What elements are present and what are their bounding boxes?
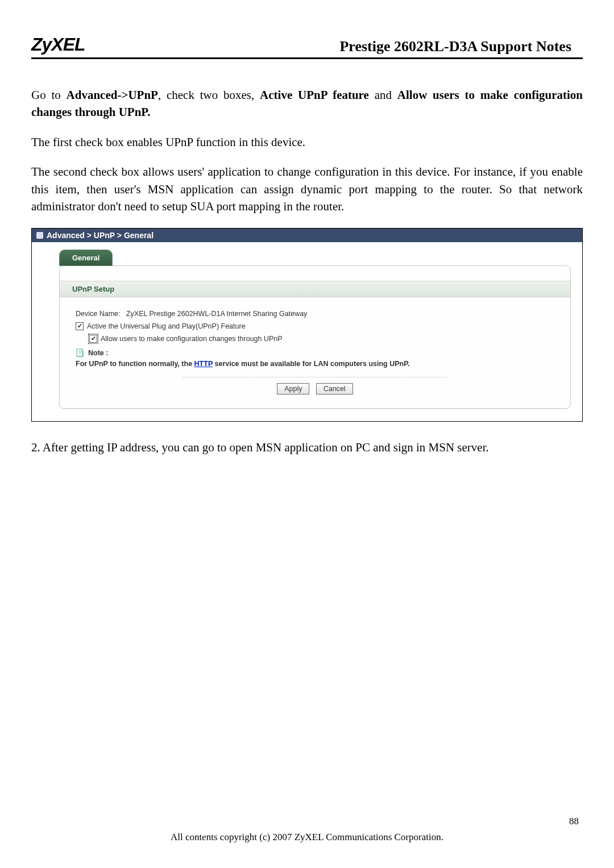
button-row: Apply Cancel: [76, 383, 554, 394]
device-name-label: Device Name:: [76, 310, 121, 318]
note-icon: [76, 348, 85, 358]
note-row: Note :: [76, 348, 554, 358]
paragraph-1: Go to Advanced->UPnP, check two boxes, A…: [31, 86, 583, 121]
note-text-b: service must be available for LAN comput…: [213, 360, 409, 368]
doc-title: Prestige 2602RL-D3A Support Notes: [339, 38, 583, 55]
text-bold: Advanced->UPnP: [67, 88, 158, 102]
checkbox-active-upnp[interactable]: ✔: [76, 322, 84, 330]
text: and: [369, 88, 397, 102]
breadcrumb-bar: Advanced > UPnP > General: [32, 229, 582, 242]
note-label: Note :: [88, 349, 108, 357]
device-name-value: ZyXEL Prestige 2602HWL-D1A Internet Shar…: [126, 310, 307, 318]
checkbox-allow-config[interactable]: ✔: [89, 335, 97, 343]
card-body: Device Name: ZyXEL Prestige 2602HWL-D1A …: [60, 297, 570, 397]
panel-outer: General UPnP Setup Device Name: ZyXEL Pr…: [32, 242, 582, 421]
footer-copyright: All contents copyright (c) 2007 ZyXEL Co…: [0, 832, 614, 843]
checkbox-allow-config-label: Allow users to make configuration change…: [101, 335, 283, 343]
text: Go to: [31, 88, 67, 102]
section-heading: UPnP Setup: [60, 281, 570, 297]
divider: [183, 377, 446, 377]
apply-button[interactable]: Apply: [277, 383, 309, 394]
page-number: 88: [569, 816, 579, 827]
paragraph-4: 2. After getting IP address, you can go …: [31, 439, 583, 456]
checkbox-row-active-upnp: ✔ Active the Universal Plug and Play(UPn…: [76, 322, 554, 330]
breadcrumb-icon: [36, 232, 43, 239]
zyxel-logo: ZyXEL: [31, 34, 85, 55]
settings-card: UPnP Setup Device Name: ZyXEL Prestige 2…: [59, 265, 571, 409]
body-text: Go to Advanced->UPnP, check two boxes, A…: [31, 86, 583, 215]
device-name-row: Device Name: ZyXEL Prestige 2602HWL-D1A …: [76, 310, 554, 318]
paragraph-3: The second check box allows users' appli…: [31, 163, 583, 215]
body-text-2: 2. After getting IP address, you can go …: [31, 439, 583, 456]
tab-general[interactable]: General: [59, 250, 113, 266]
note-text-a: For UPnP to function normally, the: [76, 360, 194, 368]
paragraph-2: The first check box enables UPnP functio…: [31, 134, 583, 151]
text-bold: Active UPnP feature: [260, 88, 369, 102]
page-header: ZyXEL Prestige 2602RL-D3A Support Notes: [31, 34, 583, 59]
checkbox-active-upnp-label: Active the Universal Plug and Play(UPnP)…: [87, 322, 246, 330]
text: , check two boxes,: [158, 88, 260, 102]
http-link[interactable]: HTTP: [194, 360, 213, 368]
cancel-button[interactable]: Cancel: [316, 383, 353, 394]
breadcrumb-text: Advanced > UPnP > General: [47, 231, 154, 240]
checkbox-row-allow-config: ✔ Allow users to make configuration chan…: [89, 335, 554, 343]
embedded-ui-frame: Advanced > UPnP > General General UPnP S…: [31, 228, 583, 422]
note-body: For UPnP to function normally, the HTTP …: [76, 360, 554, 368]
